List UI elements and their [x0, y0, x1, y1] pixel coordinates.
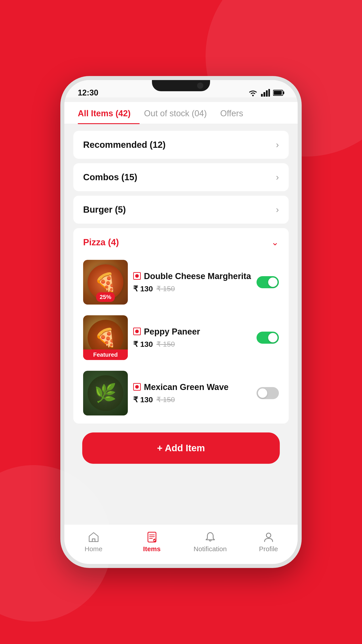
chevron-right-icon: ›: [276, 140, 279, 150]
home-icon: [88, 531, 99, 543]
item-image-double-cheese: 25%: [83, 260, 128, 304]
pizza-items-list: 25% Double Cheese Margherita: [73, 256, 289, 424]
veg-dot: [135, 274, 139, 278]
price-original: ₹ 150: [156, 284, 175, 293]
category-burger-label: Burger (5): [83, 204, 126, 215]
pizza-header[interactable]: Pizza (4) ⌄: [73, 228, 289, 256]
veg-dot: [135, 385, 139, 389]
veg-icon: [133, 328, 141, 335]
wifi-icon: [248, 89, 258, 96]
add-item-button[interactable]: + Add Item: [82, 432, 280, 464]
svg-point-0: [252, 95, 254, 96]
category-pizza-label: Pizza (4): [83, 237, 119, 247]
item-name-double-cheese: Double Cheese Margherita: [144, 271, 251, 282]
svg-rect-8: [92, 539, 95, 542]
price-original-peppy: ₹ 150: [156, 340, 175, 348]
category-pizza: Pizza (4) ⌄ 25%: [73, 228, 289, 424]
profile-icon: [263, 531, 274, 543]
tab-offers[interactable]: Offers: [220, 102, 252, 124]
pizza-item-double-cheese: 25% Double Cheese Margherita: [78, 256, 284, 308]
item-info-peppy-paneer: Peppy Paneer ₹ 130 ₹ 150: [133, 327, 251, 348]
item-info-mexican: Mexican Green Wave ₹ 130 ₹ 150: [133, 382, 251, 404]
status-time: 12:30: [78, 86, 98, 98]
price-row-double-cheese: ₹ 130 ₹ 150: [133, 284, 251, 293]
nav-item-notification[interactable]: Notification: [192, 531, 228, 553]
chevron-right-icon: ›: [276, 204, 279, 215]
toggle-mexican[interactable]: [257, 387, 279, 399]
screen-content: All Items (42) Out of stock (04) Offers …: [64, 98, 298, 564]
battery-icon: [273, 90, 284, 96]
signal-icon: [261, 89, 270, 96]
veg-icon: [133, 383, 141, 391]
tabs-bar: All Items (42) Out of stock (04) Offers: [64, 102, 298, 124]
phone-frame: 12:30: [60, 76, 302, 568]
veg-dot: [135, 330, 139, 333]
item-name-row-peppy: Peppy Paneer: [133, 327, 251, 337]
items-icon: [146, 531, 158, 543]
notification-icon: [204, 531, 216, 543]
status-icons: [248, 86, 284, 96]
featured-badge: Featured: [83, 350, 128, 360]
item-name-peppy-paneer: Peppy Paneer: [144, 327, 200, 337]
chevron-right-icon: ›: [276, 172, 279, 182]
svg-rect-1: [261, 94, 263, 96]
categories-list: Recommended (12) › Combos (15) › Burger …: [64, 124, 298, 524]
nav-item-profile[interactable]: Profile: [251, 531, 287, 553]
tab-all-items[interactable]: All Items (42): [78, 102, 140, 124]
item-name-row-mexican: Mexican Green Wave: [133, 382, 251, 392]
item-name-mexican: Mexican Green Wave: [144, 382, 229, 392]
price-row-peppy: ₹ 130 ₹ 150: [133, 340, 251, 348]
svg-rect-3: [266, 90, 268, 96]
item-info-double-cheese: Double Cheese Margherita ₹ 130 ₹ 150: [133, 271, 251, 293]
toggle-switch-peppy[interactable]: [257, 332, 279, 344]
price-row-mexican: ₹ 130 ₹ 150: [133, 395, 251, 404]
nav-label-notification: Notification: [194, 545, 227, 553]
toggle-knob-peppy: [268, 333, 278, 342]
item-name-row: Double Cheese Margherita: [133, 271, 251, 282]
pizza-image-3: [83, 371, 128, 416]
pizza-item-mexican: Mexican Green Wave ₹ 130 ₹ 150: [78, 367, 284, 419]
toggle-knob-mexican: [258, 388, 267, 398]
discount-badge: 25%: [96, 292, 115, 302]
nav-item-home[interactable]: Home: [76, 531, 111, 553]
camera-dot: [197, 82, 203, 89]
category-recommended-label: Recommended (12): [83, 140, 166, 150]
notch: [152, 80, 210, 91]
price-current-peppy: ₹ 130: [133, 340, 153, 348]
toggle-switch-mexican[interactable]: [257, 387, 279, 399]
chevron-down-icon: ⌄: [271, 237, 279, 247]
nav-label-profile: Profile: [259, 545, 278, 553]
svg-rect-4: [268, 89, 270, 96]
svg-rect-2: [264, 92, 265, 96]
category-combos[interactable]: Combos (15) ›: [73, 163, 289, 191]
svg-point-14: [266, 533, 271, 538]
tab-out-of-stock[interactable]: Out of stock (04): [144, 102, 216, 124]
veg-icon: [133, 272, 141, 280]
svg-rect-6: [283, 92, 284, 94]
toggle-switch-on[interactable]: [257, 276, 279, 288]
bottom-nav: Home Items Notification: [64, 524, 298, 564]
category-burger[interactable]: Burger (5) ›: [73, 196, 289, 224]
status-bar: 12:30: [64, 80, 298, 98]
toggle-double-cheese[interactable]: [257, 276, 279, 288]
category-recommended[interactable]: Recommended (12) ›: [73, 131, 289, 159]
item-image-peppy-paneer: Featured: [83, 315, 128, 360]
price-current-mexican: ₹ 130: [133, 395, 153, 404]
item-image-mexican: [83, 371, 128, 416]
toggle-knob: [268, 278, 278, 287]
pizza-item-peppy-paneer: Featured Peppy Paneer ₹: [78, 312, 284, 364]
toggle-peppy-paneer[interactable]: [257, 332, 279, 344]
svg-rect-7: [274, 91, 282, 95]
nav-label-items: Items: [143, 545, 160, 553]
category-combos-label: Combos (15): [83, 172, 137, 182]
nav-item-items[interactable]: Items: [134, 531, 170, 553]
price-original-mexican: ₹ 150: [156, 395, 175, 404]
price-current: ₹ 130: [133, 284, 153, 293]
nav-label-home: Home: [84, 545, 102, 553]
